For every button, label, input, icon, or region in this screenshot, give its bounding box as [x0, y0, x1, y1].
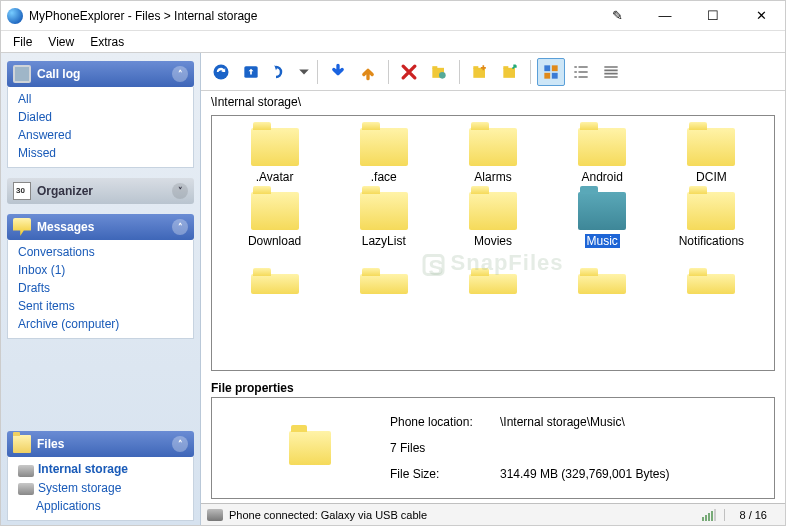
panel-title: Organizer	[37, 184, 172, 198]
dropdown-arrow[interactable]	[297, 58, 311, 86]
breadcrumb: \Internal storage\	[201, 91, 785, 111]
folder-icon	[578, 274, 626, 294]
folder-label: .Avatar	[256, 170, 294, 184]
files-internal-storage[interactable]: Internal storage	[16, 460, 185, 478]
minimize-button[interactable]: —	[647, 3, 683, 29]
svg-rect-7	[503, 67, 515, 77]
file-properties: File properties Phone location: \Interna…	[211, 379, 775, 499]
sync-from-phone-button[interactable]	[267, 58, 295, 86]
chevron-down-icon[interactable]: ˅	[172, 183, 188, 199]
menu-file[interactable]: File	[5, 33, 40, 51]
folder-item[interactable]: Movies	[438, 190, 547, 250]
open-folder-button[interactable]	[496, 58, 524, 86]
view-large-icons-button[interactable]	[537, 58, 565, 86]
properties-button[interactable]	[425, 58, 453, 86]
new-folder-button[interactable]	[466, 58, 494, 86]
folder-item[interactable]: LazyList	[329, 190, 438, 250]
folder-item[interactable]: Notifications	[657, 190, 766, 250]
messages-conversations[interactable]: Conversations	[16, 243, 185, 261]
download-button[interactable]	[324, 58, 352, 86]
folder-label: LazyList	[362, 234, 406, 248]
view-list-button[interactable]	[567, 58, 595, 86]
size-value: 314.49 MB (329,769,001 Bytes)	[500, 467, 669, 481]
panel-title: Messages	[37, 220, 172, 234]
menu-extras[interactable]: Extras	[82, 33, 132, 51]
folder-label: DCIM	[696, 170, 727, 184]
panel-title: Call log	[37, 67, 172, 81]
window-title: MyPhoneExplorer - Files > Internal stora…	[29, 9, 599, 23]
calendar-icon	[13, 182, 31, 200]
folder-icon	[360, 128, 408, 166]
folder-label: Movies	[474, 234, 512, 248]
files-system-storage[interactable]: System storage	[16, 479, 185, 497]
panel-header-organizer[interactable]: Organizer ˅	[7, 178, 194, 204]
svg-rect-8	[503, 66, 508, 69]
panel-title: Files	[37, 437, 172, 451]
location-label: Phone location:	[390, 415, 500, 429]
refresh-button[interactable]	[207, 58, 235, 86]
folder-icon	[251, 192, 299, 230]
calllog-missed[interactable]: Missed	[16, 144, 185, 162]
calllog-all[interactable]: All	[16, 90, 185, 108]
folder-label: Alarms	[474, 170, 511, 184]
chevron-up-icon[interactable]: ˄	[172, 66, 188, 82]
panel-files: Files ˄ Internal storage System storage …	[7, 431, 194, 521]
panel-messages: Messages ˄ Conversations Inbox (1) Draft…	[7, 214, 194, 339]
folder-label: Download	[248, 234, 301, 248]
folder-item[interactable]: Alarms	[438, 126, 547, 186]
folder-icon	[687, 128, 735, 166]
drive-icon	[18, 465, 34, 477]
chevron-up-icon[interactable]: ˄	[172, 436, 188, 452]
location-value: \Internal storage\Music\	[500, 415, 669, 429]
folder-label: Android	[582, 170, 623, 184]
upload-button[interactable]	[354, 58, 382, 86]
menu-view[interactable]: View	[40, 33, 82, 51]
folder-item[interactable]	[657, 254, 766, 300]
panel-organizer: Organizer ˅	[7, 178, 194, 204]
menu-bar: File View Extras	[1, 31, 785, 53]
folder-item[interactable]: Download	[220, 190, 329, 250]
messages-sent[interactable]: Sent items	[16, 297, 185, 315]
messages-drafts[interactable]: Drafts	[16, 279, 185, 297]
messages-inbox[interactable]: Inbox (1)	[16, 261, 185, 279]
folder-icon	[469, 128, 517, 166]
file-properties-title: File properties	[211, 379, 775, 397]
folder-item[interactable]: .Avatar	[220, 126, 329, 186]
delete-button[interactable]	[395, 58, 423, 86]
phone-icon	[207, 509, 223, 521]
drive-icon	[18, 483, 34, 495]
folder-icon	[469, 192, 517, 230]
folder-item[interactable]	[438, 254, 547, 300]
calllog-answered[interactable]: Answered	[16, 126, 185, 144]
app-icon	[7, 8, 23, 24]
panel-header-calllog[interactable]: Call log ˄	[7, 61, 194, 87]
folder-item[interactable]	[548, 254, 657, 300]
maximize-button[interactable]: ☐	[695, 3, 731, 29]
sync-to-phone-button[interactable]	[237, 58, 265, 86]
panel-header-messages[interactable]: Messages ˄	[7, 214, 194, 240]
panel-calllog: Call log ˄ All Dialed Answered Missed	[7, 61, 194, 168]
folder-item[interactable]	[220, 254, 329, 300]
folder-item[interactable]: Music	[548, 190, 657, 250]
panel-header-files[interactable]: Files ˄	[7, 431, 194, 457]
content-area: \Internal storage\ .Avatar.faceAlarmsAnd…	[201, 53, 785, 525]
files-applications[interactable]: Applications	[16, 497, 185, 515]
folder-label: Notifications	[679, 234, 744, 248]
chevron-up-icon[interactable]: ˄	[172, 219, 188, 235]
svg-rect-10	[552, 65, 558, 71]
svg-rect-3	[432, 66, 437, 69]
folder-icon	[251, 274, 299, 294]
folder-item[interactable]	[329, 254, 438, 300]
folder-icon	[578, 128, 626, 166]
folder-item[interactable]: .face	[329, 126, 438, 186]
close-button[interactable]: ✕	[743, 3, 779, 29]
folder-item[interactable]: Android	[548, 126, 657, 186]
view-details-button[interactable]	[597, 58, 625, 86]
folder-item[interactable]: DCIM	[657, 126, 766, 186]
edit-hint-icon[interactable]: ✎	[599, 3, 635, 29]
messages-archive[interactable]: Archive (computer)	[16, 315, 185, 333]
folder-icon	[687, 274, 735, 294]
folder-view[interactable]: .Avatar.faceAlarmsAndroidDCIMDownloadLaz…	[211, 115, 775, 371]
svg-rect-12	[552, 72, 558, 78]
calllog-dialed[interactable]: Dialed	[16, 108, 185, 126]
